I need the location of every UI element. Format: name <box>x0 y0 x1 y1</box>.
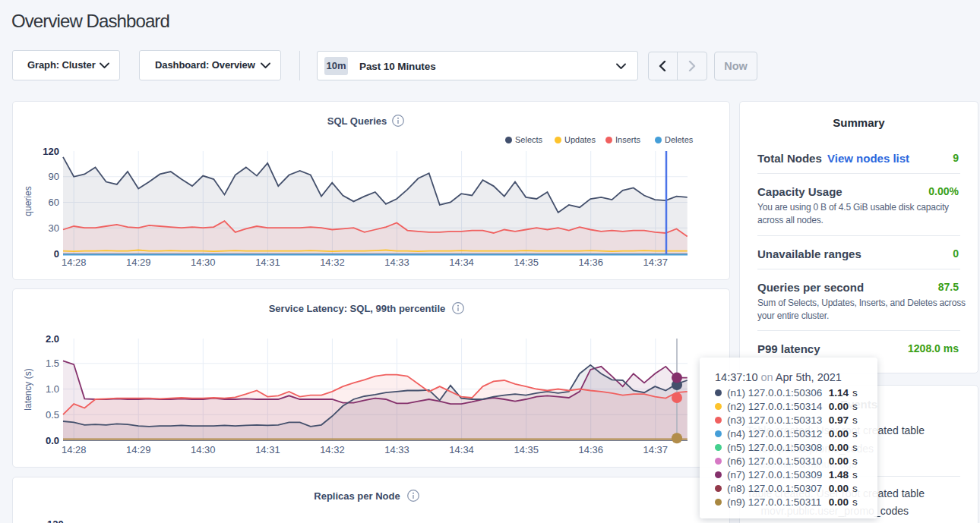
svg-text:14:34: 14:34 <box>449 444 474 455</box>
svg-text:14:28: 14:28 <box>62 444 87 455</box>
svg-text:14:37: 14:37 <box>643 257 669 268</box>
svg-text:14:31: 14:31 <box>255 257 280 268</box>
svg-text:14:36: 14:36 <box>578 444 603 455</box>
svg-text:14:35: 14:35 <box>514 257 539 268</box>
svg-text:14:30: 14:30 <box>191 444 216 455</box>
svg-text:14:34: 14:34 <box>449 257 474 268</box>
svg-text:14:31: 14:31 <box>255 444 280 455</box>
svg-text:14:32: 14:32 <box>320 257 345 268</box>
svg-text:14:29: 14:29 <box>126 257 151 268</box>
svg-text:14:35: 14:35 <box>514 444 539 455</box>
svg-text:14:37: 14:37 <box>643 444 669 455</box>
svg-text:14:36: 14:36 <box>578 257 603 268</box>
svg-text:1.5: 1.5 <box>46 358 59 369</box>
svg-text:queries: queries <box>23 186 33 216</box>
svg-text:30: 30 <box>49 222 59 234</box>
svg-text:0.5: 0.5 <box>46 409 59 421</box>
svg-text:latency (s): latency (s) <box>23 368 33 410</box>
svg-text:60: 60 <box>49 197 59 208</box>
svg-text:0.0: 0.0 <box>46 435 59 446</box>
svg-text:0: 0 <box>54 248 59 260</box>
svg-text:14:29: 14:29 <box>126 444 151 455</box>
svg-text:14:28: 14:28 <box>62 257 87 268</box>
svg-text:14:30: 14:30 <box>191 257 216 268</box>
svg-text:120: 120 <box>43 146 59 157</box>
svg-text:90: 90 <box>49 171 59 182</box>
svg-text:14:32: 14:32 <box>320 444 345 455</box>
svg-text:1.0: 1.0 <box>46 383 59 395</box>
svg-text:14:33: 14:33 <box>384 257 409 268</box>
svg-text:14:33: 14:33 <box>384 444 409 455</box>
svg-text:2.0: 2.0 <box>46 333 59 345</box>
